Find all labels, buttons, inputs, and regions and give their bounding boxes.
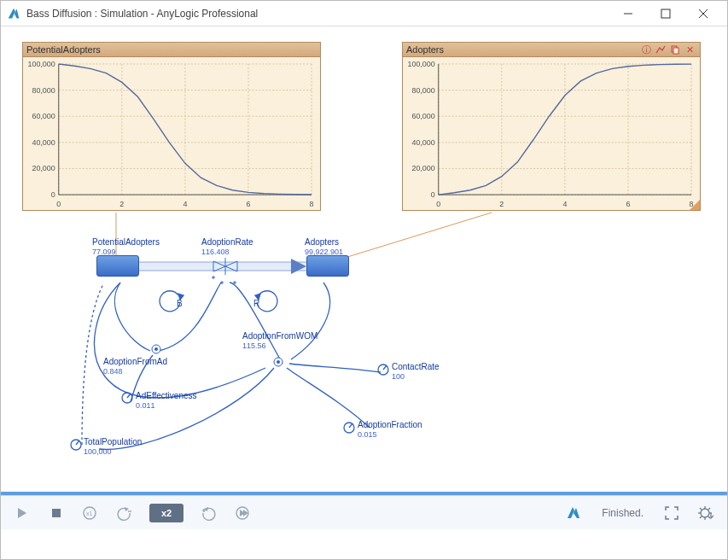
svg-marker-83: [18, 508, 26, 518]
label-adoption-from-ad: AdoptionFromAd0.848: [103, 358, 167, 376]
svg-text:100,000: 100,000: [27, 60, 55, 68]
chart-title: Adopters: [406, 44, 638, 55]
label-adoption-rate: AdoptionRate116.408: [201, 238, 253, 256]
minimize-button[interactable]: [609, 1, 647, 26]
svg-text:2: 2: [119, 200, 124, 208]
svg-line-102: [708, 508, 710, 510]
speed-faster-button[interactable]: [199, 504, 218, 522]
svg-text:80,000: 80,000: [411, 86, 434, 95]
svg-text:B: B: [177, 299, 183, 308]
chart-body: 020,00040,00060,00080,000100,00002468: [402, 57, 701, 211]
chart-title: PotentialAdopters: [26, 44, 317, 55]
app-logo-icon: [6, 6, 21, 21]
svg-line-22: [76, 440, 79, 445]
svg-text:2: 2: [499, 200, 504, 208]
stop-button[interactable]: [47, 504, 66, 522]
chart-potential-adopters[interactable]: PotentialAdopters 020,00040,00060,00080,…: [22, 42, 321, 213]
maximize-button[interactable]: [647, 1, 684, 26]
info-icon[interactable]: ⓘ: [639, 44, 653, 55]
svg-line-24: [383, 365, 387, 370]
speed-x1-button[interactable]: x1: [81, 504, 100, 522]
svg-text:6: 6: [246, 200, 250, 208]
speed-max-button[interactable]: [233, 504, 252, 522]
svg-line-5: [325, 213, 492, 264]
svg-rect-6: [137, 262, 308, 271]
copy-icon[interactable]: [668, 44, 682, 55]
label-ad-effectiveness: AdEffectiveness0.011: [136, 392, 197, 410]
anylogic-icon[interactable]: [564, 504, 583, 522]
svg-text:x1: x1: [86, 510, 93, 516]
svg-point-16: [154, 347, 158, 351]
titlebar: Bass Diffusion : Simulation - AnyLogic P…: [1, 1, 727, 26]
svg-text:60,000: 60,000: [411, 112, 434, 120]
chart-adopters[interactable]: Adopters ⓘ ✕ 020,00040,00060,00080,00010…: [402, 42, 701, 213]
svg-text:4: 4: [183, 200, 187, 208]
svg-rect-1: [661, 9, 670, 18]
svg-text:20,000: 20,000: [411, 164, 434, 172]
svg-text:0: 0: [436, 200, 440, 208]
svg-text:8: 8: [310, 200, 314, 208]
window-title: Bass Diffusion : Simulation - AnyLogic P…: [26, 8, 609, 20]
svg-point-18: [277, 360, 280, 364]
svg-marker-7: [291, 259, 306, 274]
svg-text:R: R: [253, 299, 259, 308]
svg-text:80,000: 80,000: [32, 86, 55, 95]
label-potential-adopters: PotentialAdopters77.099: [92, 238, 160, 256]
svg-point-95: [701, 509, 709, 517]
play-button[interactable]: [13, 504, 32, 522]
svg-marker-87: [125, 507, 129, 511]
chart-header: Adopters ⓘ ✕: [402, 42, 701, 57]
chart-body: 020,00040,00060,00080,000100,00002468: [22, 57, 321, 211]
svg-text:0: 0: [431, 190, 435, 199]
stock-potential-adopters[interactable]: [96, 255, 139, 277]
fullscreen-button[interactable]: [662, 504, 681, 522]
label-adoption-fraction: AdoptionFraction0.015: [358, 421, 422, 439]
svg-text:60,000: 60,000: [32, 112, 55, 120]
svg-text:6: 6: [626, 200, 630, 208]
svg-text:40,000: 40,000: [411, 138, 434, 147]
svg-text:0: 0: [51, 190, 55, 199]
label-adoption-from-wom: AdoptionFromWOM115.56: [242, 332, 317, 350]
svg-rect-84: [52, 509, 61, 517]
label-total-population: TotalPopulation100,000: [84, 438, 142, 456]
chart-line-icon[interactable]: [654, 44, 667, 55]
close-button[interactable]: [684, 1, 722, 26]
svg-text:0: 0: [56, 200, 61, 208]
label-adopters: Adopters99,922.901: [305, 238, 343, 256]
close-chart-icon[interactable]: ✕: [683, 44, 696, 55]
svg-line-101: [708, 516, 710, 518]
svg-rect-58: [673, 48, 678, 54]
speed-slower-button[interactable]: [115, 504, 134, 522]
svg-line-100: [700, 508, 702, 510]
svg-text:100,000: 100,000: [407, 60, 434, 68]
label-contact-rate: ContactRate100: [392, 363, 440, 381]
svg-line-103: [700, 516, 702, 518]
status-text: Finished.: [602, 507, 644, 519]
playback-toolbar: x1 x2 Finished.: [1, 495, 727, 529]
svg-line-26: [349, 423, 352, 428]
svg-text:40,000: 40,000: [32, 138, 55, 147]
chart-header: PotentialAdopters: [22, 42, 321, 57]
svg-text:4: 4: [562, 200, 567, 208]
stock-adopters[interactable]: [306, 255, 349, 277]
svg-line-20: [127, 394, 131, 398]
simulation-canvas[interactable]: B R PotentialAdopters 020,00040,00060,00…: [1, 26, 727, 492]
settings-button[interactable]: [696, 504, 715, 522]
svg-text:20,000: 20,000: [32, 164, 55, 172]
speed-indicator[interactable]: x2: [149, 504, 183, 522]
resize-handle[interactable]: [690, 200, 700, 210]
